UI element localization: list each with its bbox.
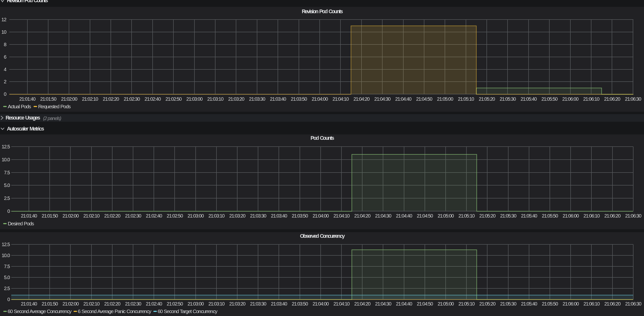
svg-text:21:05:50: 21:05:50 [542,213,558,219]
svg-text:21:02:50: 21:02:50 [167,213,183,219]
svg-text:21:05:20: 21:05:20 [480,301,496,307]
svg-text:10: 10 [2,29,6,35]
svg-text:21:05:50: 21:05:50 [542,301,558,307]
svg-text:2.5: 2.5 [4,196,10,201]
svg-text:21:03:30: 21:03:30 [249,96,266,102]
svg-text:Revision Pod Counts: Revision Pod Counts [302,8,343,14]
svg-text:21:05:10: 21:05:10 [458,301,475,307]
svg-text:21:05:30: 21:05:30 [500,301,516,307]
svg-text:21:06:10: 21:06:10 [584,301,600,307]
svg-text:21:03:30: 21:03:30 [250,301,266,307]
svg-text:Pod Counts: Pod Counts [311,135,334,141]
svg-text:21:04:20: 21:04:20 [354,96,370,102]
svg-text:21:04:00: 21:04:00 [312,301,329,307]
svg-text:12: 12 [2,17,6,22]
svg-text:21:02:10: 21:02:10 [84,301,100,307]
svg-text:Desired Pods: Desired Pods [8,221,34,226]
svg-text:21:06:30: 21:06:30 [625,213,642,219]
svg-text:21:04:10: 21:04:10 [333,96,349,102]
svg-text:21:05:10: 21:05:10 [458,96,474,102]
svg-text:21:03:40: 21:03:40 [271,301,288,307]
svg-text:21:05:30: 21:05:30 [500,213,516,219]
svg-text:7.5: 7.5 [4,170,10,175]
svg-text:21:01:50: 21:01:50 [42,213,58,219]
svg-text:0: 0 [4,91,6,97]
svg-text:21:03:10: 21:03:10 [208,301,225,307]
svg-text:21:04:50: 21:04:50 [417,301,433,307]
svg-text:21:06:20: 21:06:20 [604,301,621,307]
svg-text:5.0: 5.0 [4,183,10,188]
svg-text:21:04:50: 21:04:50 [416,96,432,102]
svg-text:21:04:40: 21:04:40 [396,301,412,307]
svg-text:21:05:00: 21:05:00 [437,96,454,102]
svg-text:21:04:20: 21:04:20 [354,213,370,219]
svg-text:21:05:50: 21:05:50 [541,96,558,102]
svg-text:21:02:40: 21:02:40 [144,96,161,102]
svg-text:21:05:40: 21:05:40 [521,301,537,307]
svg-text:21:02:40: 21:02:40 [146,301,162,307]
svg-text:8: 8 [4,42,6,47]
svg-text:21:04:40: 21:04:40 [396,213,412,219]
svg-text:21:04:30: 21:04:30 [374,96,390,102]
svg-text:2.5: 2.5 [4,286,10,291]
svg-text:21:05:40: 21:05:40 [521,213,537,219]
svg-text:7.5: 7.5 [4,264,10,269]
svg-text:Requested Pods: Requested Pods [38,104,71,109]
svg-text:21:04:00: 21:04:00 [312,213,329,219]
svg-text:0: 0 [7,209,10,214]
svg-text:2: 2 [4,79,6,84]
svg-text:21:03:00: 21:03:00 [188,213,204,219]
svg-text:10.0: 10.0 [2,253,10,258]
svg-text:21:03:50: 21:03:50 [292,301,308,307]
svg-text:21:04:00: 21:04:00 [312,96,328,102]
svg-text:21:03:20: 21:03:20 [229,301,246,307]
svg-text:21:05:10: 21:05:10 [458,213,475,219]
svg-text:21:02:00: 21:02:00 [61,96,78,102]
svg-text:21:03:30: 21:03:30 [250,213,266,219]
svg-text:Actual Pods: Actual Pods [8,104,31,109]
svg-text:21:06:30: 21:06:30 [625,301,642,307]
svg-text:21:03:20: 21:03:20 [228,96,244,102]
svg-text:21:02:20: 21:02:20 [104,301,120,307]
svg-text:21:06:00: 21:06:00 [562,213,579,219]
svg-text:21:02:50: 21:02:50 [165,96,182,102]
svg-text:21:05:40: 21:05:40 [520,96,537,102]
svg-text:21:02:10: 21:02:10 [84,213,100,219]
svg-text:12.5: 12.5 [2,144,10,149]
svg-text:21:02:00: 21:02:00 [62,213,79,219]
svg-text:21:03:40: 21:03:40 [271,213,288,219]
svg-text:21:03:50: 21:03:50 [292,213,308,219]
svg-text:21:03:20: 21:03:20 [229,213,246,219]
svg-text:21:03:10: 21:03:10 [208,213,225,219]
svg-text:21:05:20: 21:05:20 [480,213,496,219]
svg-text:21:03:40: 21:03:40 [270,96,286,102]
svg-text:Observed Concurrency: Observed Concurrency [300,233,345,239]
svg-text:60 Second Average Concurrency: 60 Second Average Concurrency [8,309,72,314]
svg-text:21:05:00: 21:05:00 [438,213,454,219]
svg-text:21:04:20: 21:04:20 [354,301,370,307]
svg-text:21:02:30: 21:02:30 [124,96,140,102]
svg-text:21:01:50: 21:01:50 [40,96,56,102]
svg-text:21:02:20: 21:02:20 [103,96,119,102]
svg-text:21:04:30: 21:04:30 [375,301,392,307]
svg-text:21:04:40: 21:04:40 [395,96,412,102]
svg-text:21:04:30: 21:04:30 [375,213,392,219]
svg-text:21:01:40: 21:01:40 [21,213,37,219]
svg-text:21:01:40: 21:01:40 [21,301,37,307]
svg-text:21:03:00: 21:03:00 [186,96,203,102]
svg-text:21:06:20: 21:06:20 [604,96,620,102]
svg-text:5.0: 5.0 [4,275,10,280]
svg-text:21:06:20: 21:06:20 [604,213,621,219]
svg-text:21:04:50: 21:04:50 [417,213,433,219]
svg-text:21:02:30: 21:02:30 [125,301,141,307]
svg-text:21:02:50: 21:02:50 [167,301,183,307]
svg-text:21:01:40: 21:01:40 [19,96,36,102]
svg-text:21:05:20: 21:05:20 [479,96,495,102]
svg-text:21:02:30: 21:02:30 [125,213,141,219]
svg-text:21:06:00: 21:06:00 [562,96,579,102]
svg-text:21:06:30: 21:06:30 [625,96,641,102]
svg-text:21:06:00: 21:06:00 [562,301,579,307]
svg-text:21:03:50: 21:03:50 [291,96,307,102]
svg-text:21:06:10: 21:06:10 [583,96,600,102]
svg-text:21:02:40: 21:02:40 [146,213,162,219]
